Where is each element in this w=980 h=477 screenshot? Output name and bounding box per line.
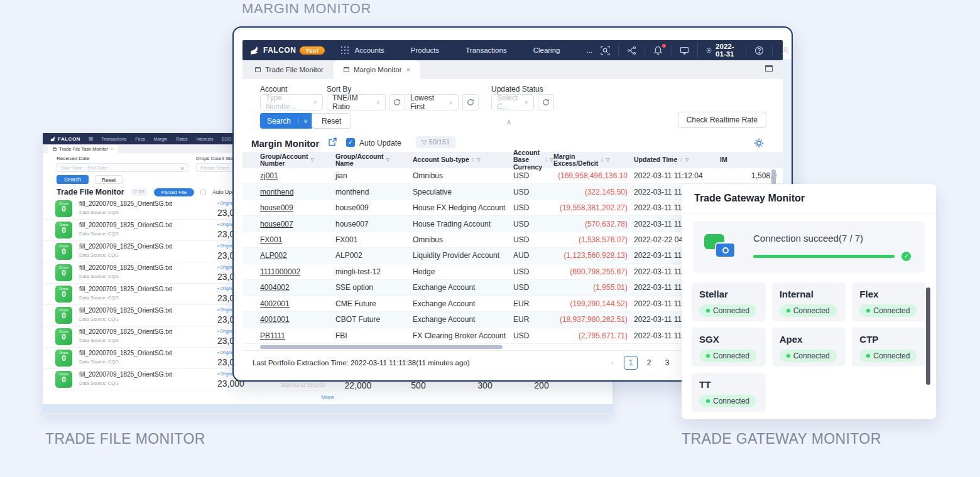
- card-scrollbar-thumb[interactable]: [926, 287, 930, 385]
- scan-search-icon[interactable]: [592, 46, 618, 55]
- account-number-link[interactable]: house007: [260, 220, 293, 228]
- reset-button[interactable]: Reset: [95, 175, 122, 184]
- refresh-sort-field-button[interactable]: [389, 94, 405, 110]
- menu-item[interactable]: Interests: [197, 137, 214, 141]
- gateway-tile[interactable]: Internal Connected: [772, 282, 846, 321]
- auto-update-checkbox[interactable]: ✓: [346, 138, 355, 147]
- gateway-tile[interactable]: TT Connected: [692, 373, 766, 412]
- filter-funnel-icon[interactable]: ▽: [477, 158, 480, 163]
- reset-button[interactable]: Reset: [312, 113, 351, 129]
- menu-item[interactable]: Margin: [154, 137, 167, 141]
- filter-funnel-icon[interactable]: ▽: [606, 158, 609, 163]
- account-number-link[interactable]: 1111000002: [260, 267, 300, 276]
- header-account-base-currency[interactable]: AccountBase Currency ▲▼ ▽: [513, 152, 553, 168]
- sort-order-select[interactable]: Lowest First∨: [405, 94, 459, 110]
- menu-item[interactable]: EOD: [222, 137, 231, 141]
- account-number-link[interactable]: 4001001: [260, 315, 290, 324]
- horizontal-scrollbar-thumb[interactable]: [260, 345, 503, 349]
- account-number-link[interactable]: ALP002: [260, 251, 287, 260]
- sort-icon[interactable]: ▲▼: [680, 158, 682, 163]
- label-trade-file-monitor: TRADE FILE MONITOR: [45, 431, 205, 448]
- menu-item[interactable]: Accounts: [355, 46, 384, 54]
- gear-icon[interactable]: [754, 138, 764, 151]
- business-date[interactable]: 2022-01-31: [697, 43, 746, 58]
- table-row[interactable]: zj001 jian Omnibus USD (169,958,496,136.…: [242, 168, 783, 184]
- close-tab-icon[interactable]: ×: [111, 147, 113, 151]
- search-button[interactable]: Search: [57, 175, 89, 184]
- check-realtime-rate-button[interactable]: Check Realtime Rate: [678, 112, 766, 128]
- notifications-bell-icon[interactable]: [645, 46, 671, 55]
- search-dropdown-caret[interactable]: ∨: [298, 118, 313, 124]
- collapse-filters-icon[interactable]: ∧: [506, 118, 511, 126]
- tab-margin-monitor[interactable]: Margin Monitor ×: [334, 60, 420, 79]
- header-updated-time[interactable]: Updated Time ▲▼ ▽: [634, 152, 716, 168]
- filter-funnel-icon[interactable]: ▽: [386, 158, 389, 163]
- flow-icon[interactable]: [618, 46, 645, 55]
- account-number-link[interactable]: monthend: [260, 188, 293, 196]
- monitor-icon[interactable]: [671, 46, 697, 55]
- tab-trade-file-monitor[interactable]: Trade File Monitor: [245, 60, 334, 79]
- menu-item[interactable]: ...: [586, 46, 592, 54]
- status-dot-icon: [787, 309, 790, 313]
- account-select[interactable]: Type Numbe...∨: [260, 94, 323, 110]
- page-1-button[interactable]: 1: [624, 356, 638, 370]
- updated-status-select[interactable]: Select C...∨: [491, 94, 534, 110]
- user-icon[interactable]: [772, 46, 792, 55]
- received-date-range-input[interactable]: Start Date ~ End Date▦: [57, 163, 188, 172]
- menu-item[interactable]: Fees: [135, 137, 145, 141]
- apps-grid-icon[interactable]: ▦: [89, 136, 94, 141]
- header-group-account-number[interactable]: Group/AccountNumber ▽: [260, 152, 329, 168]
- tab-trade-file-task-monitor[interactable]: Trade File Task Monitor ×: [48, 145, 118, 153]
- auto-update-checkbox[interactable]: [200, 190, 206, 195]
- search-button[interactable]: Search ∨: [260, 113, 313, 129]
- export-icon[interactable]: [328, 137, 337, 149]
- refresh-updated-status-button[interactable]: [538, 94, 554, 110]
- menu-item[interactable]: Transactions: [466, 46, 506, 54]
- page-3-button[interactable]: 3: [660, 356, 674, 370]
- sort-by-label: Sort By: [327, 85, 351, 94]
- filter-count-badge[interactable]: ▽ 3/3: [131, 188, 148, 196]
- more-link[interactable]: More: [43, 390, 612, 404]
- gateway-tile[interactable]: SGX Connected: [692, 328, 766, 367]
- account-number-link[interactable]: zj001: [260, 171, 278, 180]
- menu-item[interactable]: Rates: [176, 137, 187, 141]
- header-group-account-name[interactable]: Group/AccountName ▽: [335, 152, 406, 168]
- sort-icon[interactable]: ▲▼: [472, 158, 474, 163]
- sort-field-select[interactable]: TNE/IM Ratio∨: [327, 94, 386, 110]
- account-number-link[interactable]: 4004002: [260, 283, 290, 292]
- menu-item[interactable]: Transactions: [101, 137, 126, 141]
- sort-icon[interactable]: ▲▼: [545, 158, 547, 163]
- gateway-name: Apex: [780, 334, 839, 345]
- account-number-link[interactable]: 4002001: [260, 299, 290, 308]
- header-account-subtype[interactable]: Account Sub-type ▲▼ ▽: [413, 152, 507, 168]
- help-icon[interactable]: [746, 46, 772, 55]
- filter-funnel-icon[interactable]: ▽: [685, 158, 689, 163]
- filter-funnel-icon[interactable]: ▽: [310, 158, 313, 163]
- status-dot-icon: [866, 354, 870, 358]
- page-2-button[interactable]: 2: [642, 356, 656, 370]
- filter-count-badge[interactable]: ▽ 50/151: [416, 136, 455, 148]
- gateway-tile[interactable]: Apex Connected: [772, 328, 846, 367]
- menu-item[interactable]: Products: [411, 46, 439, 54]
- gateway-tile[interactable]: Stellar Connected: [692, 282, 766, 321]
- currency-cell: EUR: [513, 315, 529, 324]
- gateway-tile[interactable]: CTP Connected: [852, 328, 926, 367]
- gateway-tile[interactable]: Flex Connected: [852, 282, 926, 321]
- refresh-sort-order-button[interactable]: [462, 94, 479, 110]
- gateway-name: TT: [699, 379, 758, 390]
- window-restore-icon[interactable]: [765, 65, 773, 72]
- status-dot-icon: [706, 399, 710, 403]
- account-number-link[interactable]: house009: [260, 203, 293, 212]
- account-number-link[interactable]: FX001: [260, 235, 282, 244]
- menu-item[interactable]: Clearing: [533, 46, 560, 54]
- sort-icon[interactable]: ▲▼: [601, 158, 603, 163]
- header-im[interactable]: IM: [720, 152, 727, 168]
- trade-gateway-monitor-card: Trade Gateway Monitor Connection succeed…: [682, 184, 936, 419]
- parsed-file-button[interactable]: Parsed File: [154, 188, 194, 196]
- account-number-link[interactable]: PB1111: [260, 331, 285, 340]
- chevron-down-icon: ∨: [376, 99, 380, 105]
- header-margin-excess-deficit[interactable]: MarginExcess/Deficit ▲▼ ▽: [553, 152, 630, 168]
- close-tab-icon[interactable]: ×: [406, 66, 410, 73]
- prev-page-button[interactable]: ‹: [606, 356, 619, 370]
- file-name: fill_20200709_1825_OrientSG.txt: [79, 328, 172, 335]
